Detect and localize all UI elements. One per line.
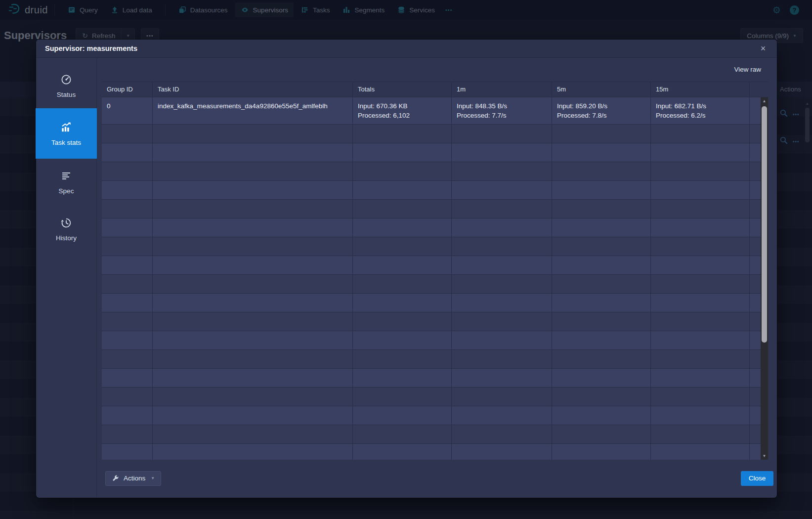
empty-table-row — [102, 181, 761, 200]
column-header[interactable]: 15m — [651, 82, 750, 97]
close-button[interactable]: Close — [741, 471, 773, 486]
empty-cell — [552, 369, 651, 387]
empty-cell — [153, 369, 353, 387]
dialog-title: Supervisor: measurements — [45, 44, 137, 52]
empty-cell — [452, 181, 552, 199]
empty-cell — [102, 275, 153, 293]
empty-cell — [353, 331, 452, 349]
view-raw-link[interactable]: View raw — [734, 66, 761, 73]
empty-cell — [452, 388, 552, 406]
empty-cell — [153, 181, 353, 199]
tab-spec[interactable]: Spec — [36, 159, 96, 206]
totals-processed: Processed: 6,102 — [358, 111, 446, 120]
scroll-up-arrow[interactable]: ▲ — [761, 99, 768, 103]
empty-cell — [750, 294, 761, 312]
empty-table-row — [102, 143, 761, 162]
tab-status[interactable]: Status — [36, 64, 96, 108]
empty-cell — [552, 181, 651, 199]
dialog-title-bar: Supervisor: measurements × — [36, 40, 777, 58]
table-scrollbar[interactable]: ▲ ▼ — [761, 97, 768, 460]
column-header[interactable]: Totals — [353, 82, 452, 97]
empty-table-row — [102, 162, 761, 181]
m5-input: Input: 859.20 B/s — [557, 101, 645, 111]
column-header[interactable]: Task ID — [153, 82, 353, 97]
column-header[interactable]: 5m — [552, 82, 651, 97]
empty-cell — [552, 256, 651, 274]
empty-cell — [651, 162, 750, 180]
empty-cell — [452, 406, 552, 425]
dialog-content: View raw Group ID Task ID Totals 1m 5m 1… — [97, 58, 777, 497]
empty-cell — [552, 162, 651, 180]
empty-cell — [552, 312, 651, 331]
empty-cell — [452, 425, 552, 443]
table-header-row: Group ID Task ID Totals 1m 5m 15m — [102, 82, 768, 97]
m1-processed: Processed: 7.7/s — [457, 111, 547, 120]
empty-cell — [353, 275, 452, 293]
empty-cell — [153, 162, 353, 180]
empty-cell — [750, 312, 761, 331]
empty-cell — [552, 218, 651, 237]
cell-task-id: index_kafka_measurements_da4a92860e55e5f… — [153, 97, 353, 124]
empty-table-row — [102, 237, 761, 256]
tab-history[interactable]: History — [36, 206, 96, 253]
empty-cell — [452, 125, 552, 143]
cell-spacer — [750, 97, 761, 124]
m1-input: Input: 848.35 B/s — [457, 101, 547, 111]
empty-cell — [750, 256, 761, 274]
column-header[interactable]: Group ID — [102, 82, 153, 97]
empty-cell — [102, 218, 153, 237]
cell-totals: Input: 670.36 KB Processed: 6,102 — [353, 97, 452, 124]
empty-cell — [353, 237, 452, 256]
empty-table-row — [102, 200, 761, 218]
empty-cell — [552, 237, 651, 256]
empty-cell — [353, 350, 452, 368]
empty-cell — [102, 181, 153, 199]
empty-cell — [552, 406, 651, 425]
wrench-icon — [112, 475, 119, 482]
dialog-footer: Actions ▼ Close — [97, 460, 777, 497]
tab-task-stats[interactable]: Task stats — [36, 108, 97, 159]
empty-cell — [651, 388, 750, 406]
empty-cell — [651, 143, 750, 162]
empty-table-row — [102, 350, 761, 369]
empty-cell — [552, 143, 651, 162]
empty-cell — [153, 125, 353, 143]
empty-cell — [353, 218, 452, 237]
empty-cell — [153, 406, 353, 425]
empty-cell — [651, 369, 750, 387]
chevron-down-icon: ▼ — [151, 476, 155, 480]
empty-cell — [452, 444, 552, 460]
empty-cell — [750, 143, 761, 162]
empty-cell — [102, 444, 153, 460]
empty-table-row — [102, 444, 761, 460]
empty-cell — [353, 312, 452, 331]
empty-cell — [153, 143, 353, 162]
empty-cell — [102, 162, 153, 180]
actions-button[interactable]: Actions ▼ — [105, 471, 161, 486]
column-header-spacer — [750, 82, 761, 97]
empty-cell — [153, 312, 353, 331]
dialog-body: Status Task stats Spec History — [36, 58, 777, 497]
empty-cell — [651, 425, 750, 443]
empty-cell — [153, 294, 353, 312]
empty-cell — [353, 444, 452, 460]
empty-cell — [153, 275, 353, 293]
empty-cell — [651, 275, 750, 293]
empty-cell — [651, 256, 750, 274]
empty-cell — [153, 388, 353, 406]
empty-cell — [452, 331, 552, 349]
close-icon[interactable]: × — [756, 42, 770, 55]
empty-cell — [552, 125, 651, 143]
empty-cell — [102, 125, 153, 143]
scroll-down-arrow[interactable]: ▼ — [761, 454, 768, 458]
empty-cell — [651, 200, 750, 218]
empty-cell — [651, 312, 750, 331]
table-scrollbar-thumb[interactable] — [762, 106, 767, 343]
empty-cell — [452, 256, 552, 274]
empty-cell — [750, 350, 761, 368]
table-row: 0 index_kafka_measurements_da4a92860e55e… — [102, 97, 761, 125]
column-header[interactable]: 1m — [452, 82, 552, 97]
empty-cell — [153, 218, 353, 237]
cell-15m: Input: 682.71 B/s Processed: 6.2/s — [651, 97, 750, 124]
empty-cell — [552, 294, 651, 312]
